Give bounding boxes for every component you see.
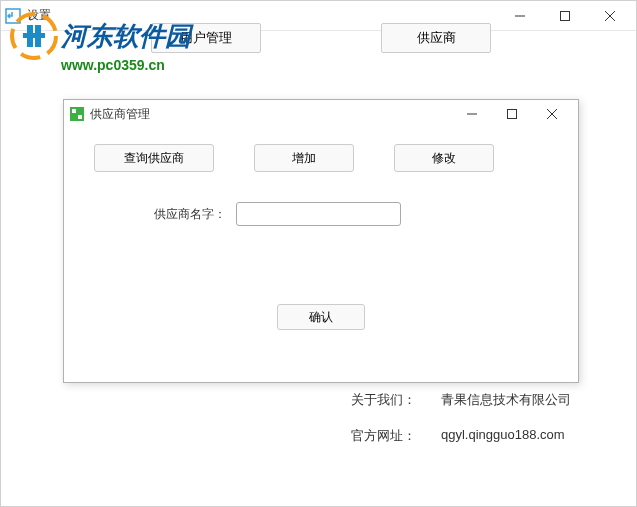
supplier-button[interactable]: 供应商 (381, 23, 491, 53)
svg-rect-11 (78, 115, 82, 119)
dialog-title: 供应商管理 (90, 106, 452, 123)
dialog-controls (452, 101, 572, 127)
dialog-maximize-button[interactable] (492, 101, 532, 127)
watermark-logo: 河东软件园 www.pc0359.cn (9, 11, 191, 73)
site-row: 官方网址： qgyl.qingguo188.com (351, 427, 571, 445)
maximize-button[interactable] (542, 2, 587, 30)
dialog-icon (70, 107, 84, 121)
confirm-row: 确认 (84, 304, 558, 330)
svg-rect-13 (508, 110, 517, 119)
about-value: 青果信息技术有限公司 (441, 391, 571, 409)
dialog-body: 查询供应商 增加 修改 供应商名字： 确认 (64, 128, 578, 346)
supplier-name-input[interactable] (236, 202, 401, 226)
query-supplier-button[interactable]: 查询供应商 (94, 144, 214, 172)
site-name: 河东软件园 (61, 19, 191, 54)
confirm-button[interactable]: 确认 (277, 304, 365, 330)
window-controls (497, 2, 632, 30)
svg-rect-2 (560, 11, 569, 20)
site-value: qgyl.qingguo188.com (441, 427, 565, 445)
close-button[interactable] (587, 2, 632, 30)
site-logo-icon (9, 11, 59, 61)
add-button[interactable]: 增加 (254, 144, 354, 172)
dialog-minimize-button[interactable] (452, 101, 492, 127)
svg-rect-8 (23, 33, 45, 38)
site-label: 官方网址： (351, 427, 441, 445)
dialog-titlebar: 供应商管理 (64, 100, 578, 128)
info-section: 关于我们： 青果信息技术有限公司 官方网址： qgyl.qingguo188.c… (351, 391, 571, 463)
svg-rect-10 (72, 109, 76, 113)
minimize-button[interactable] (497, 2, 542, 30)
outer-window: 设置 河东软件园 www.pc (0, 0, 637, 507)
supplier-name-row: 供应商名字： (154, 202, 558, 226)
about-label: 关于我们： (351, 391, 441, 409)
supplier-dialog: 供应商管理 查询供应商 增加 修改 供应商名字： (63, 99, 579, 383)
dialog-close-button[interactable] (532, 101, 572, 127)
about-row: 关于我们： 青果信息技术有限公司 (351, 391, 571, 409)
edit-button[interactable]: 修改 (394, 144, 494, 172)
dialog-toolbar: 查询供应商 增加 修改 (94, 144, 558, 172)
supplier-name-label: 供应商名字： (154, 206, 226, 223)
site-url: www.pc0359.cn (61, 57, 191, 73)
